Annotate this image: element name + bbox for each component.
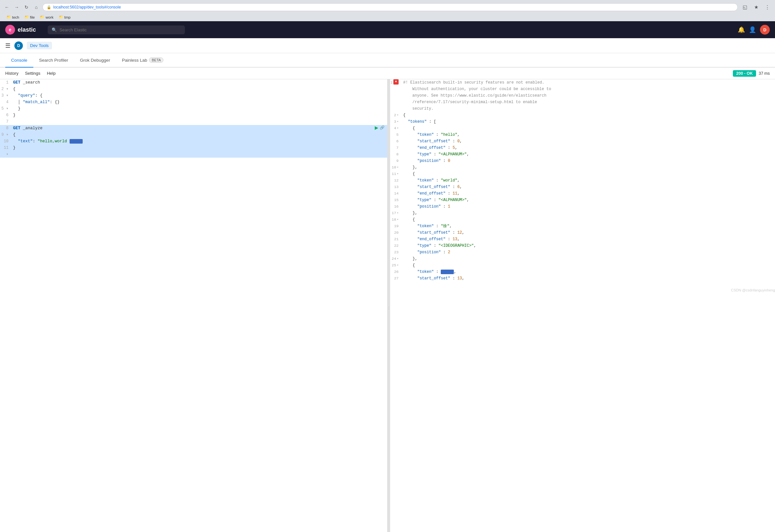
news-button[interactable]: 🔔 — [738, 26, 745, 33]
response-line-14: 14 "end_offset" : 11, — [390, 190, 775, 197]
header-right: 🔔 👤 D — [738, 25, 770, 35]
line-content-9: { — [12, 132, 387, 138]
more-button[interactable]: ⋮ — [763, 3, 772, 12]
response-line-num-9: 9 — [390, 158, 402, 164]
response-line-num-13: 13 — [390, 184, 402, 190]
bookmark-work-label: work — [45, 15, 53, 19]
line-num-11: 11 ▾ — [0, 145, 12, 158]
bookmark-work[interactable]: 📁 work — [38, 14, 55, 20]
settings-button[interactable]: Settings — [25, 70, 40, 77]
line-num-1: 1 — [0, 79, 12, 86]
editor-line-2: 2 ▾ { — [0, 86, 387, 92]
line-content-3: "query": { — [12, 92, 387, 99]
response-line-num-10: 10 ▾ — [390, 164, 402, 171]
response-content-7: "end_offset" : 5, — [402, 145, 775, 151]
bookmark-file[interactable]: 📁 file — [23, 14, 37, 20]
editor-line-11: 11 ▾ } — [0, 145, 387, 158]
response-line-num-1: 1 ✖ — [390, 79, 402, 86]
address-bar[interactable]: 🔒 localhost:5602/app/dev_tools#/console — [42, 3, 738, 11]
bookmark-button[interactable]: ★ — [751, 3, 761, 12]
line-content-5: } — [12, 105, 387, 112]
response-line-25: 25 ▾ { — [390, 262, 775, 269]
folder-icon-4: 📁 — [59, 15, 63, 19]
response-line-9: 9 "position" : 0 — [390, 158, 775, 164]
response-content-18: { — [402, 216, 775, 223]
pane-divider[interactable]: ⋮ — [388, 79, 390, 532]
response-content-15: "type" : "<ALPHANUM>", — [402, 197, 775, 203]
response-content-13: "start_offset" : 6, — [402, 184, 775, 190]
tab-painless-lab[interactable]: Painless Lab BETA — [116, 53, 169, 68]
editor-line-1: 1 GET _search — [0, 79, 387, 86]
response-content-1b: Without authentication, your cluster cou… — [407, 86, 775, 92]
home-button[interactable]: ⌂ — [33, 4, 40, 11]
lock-icon: 🔒 — [47, 5, 51, 9]
run-button[interactable]: ▶ — [375, 125, 378, 130]
response-line-27: 27 "start_offset" : 13, — [390, 275, 775, 282]
tab-search-profiler[interactable]: Search Profiler — [33, 53, 74, 68]
user-button[interactable]: 👤 — [749, 26, 756, 33]
bookmark-tmp[interactable]: 📁 tmp — [57, 14, 72, 20]
editor-line-9: 9 ▾ { — [0, 132, 387, 138]
response-line-num-17: 17 ▾ — [390, 210, 402, 216]
response-content-12: "token" : "world", — [402, 177, 775, 184]
editor-line-7: 7 — [0, 118, 387, 125]
back-button[interactable]: ← — [3, 4, 10, 11]
history-button[interactable]: History — [5, 70, 18, 77]
response-line-5: 5 "token" : "hello", — [390, 132, 775, 138]
app-header: e elastic 🔍 🔔 👤 D — [0, 21, 775, 38]
line-content-2: { — [12, 86, 387, 92]
forward-button[interactable]: → — [13, 4, 20, 11]
dev-tools-button[interactable]: Dev Tools — [27, 42, 52, 49]
bookmark-tech-label: tech — [12, 15, 19, 19]
editor-line-5: 5 ▾ } — [0, 105, 387, 112]
reload-button[interactable]: ↻ — [23, 4, 30, 11]
line-content-8: GET _analyze — [12, 125, 387, 132]
response-content-5: "token" : "hello", — [402, 132, 775, 138]
link-button[interactable]: 🔗 — [380, 125, 385, 130]
line-num-7: 7 — [0, 118, 12, 125]
avatar-button[interactable]: D — [760, 25, 770, 35]
response-line-num-14: 14 — [390, 190, 402, 197]
watermark: CSDN @csdnfanguyinheng — [390, 288, 775, 292]
search-input[interactable] — [59, 27, 181, 32]
editor-pane[interactable]: 1 GET _search 2 ▾ { 3 ▾ "query": { 4 │ "… — [0, 79, 388, 532]
folder-icon: 📁 — [7, 15, 11, 19]
response-content-9: "position" : 0 — [402, 158, 775, 164]
editor-lines: 1 GET _search 2 ▾ { 3 ▾ "query": { 4 │ "… — [0, 79, 387, 158]
bookmark-tech[interactable]: 📁 tech — [5, 14, 21, 20]
response-line-num-23: 23 — [390, 249, 402, 256]
response-content-11: { — [402, 171, 775, 177]
bookmark-tmp-label: tmp — [64, 15, 71, 19]
help-button[interactable]: Help — [47, 70, 55, 77]
response-line-1e: security. — [390, 105, 775, 112]
response-content-1c: anyone. See https://www.elastic.co/guide… — [407, 92, 775, 99]
response-line-10: 10 ▾ }, — [390, 164, 775, 171]
hamburger-button[interactable]: ☰ — [5, 42, 10, 49]
blurred-token — [441, 270, 454, 274]
response-line-num-27: 27 — [390, 275, 402, 282]
response-line-num-22: 22 — [390, 243, 402, 249]
response-line-11: 11 ▾ { — [390, 171, 775, 177]
response-pane[interactable]: 1 ✖ #! Elasticsearch built-in security f… — [390, 79, 775, 532]
cast-button[interactable]: ◱ — [740, 3, 750, 12]
response-line-num-12: 12 — [390, 177, 402, 184]
response-content-10: }, — [402, 164, 775, 171]
user-avatar-small[interactable]: D — [14, 41, 23, 50]
bookmark-file-label: file — [30, 15, 35, 19]
response-content-23: "position" : 2 — [402, 249, 775, 256]
line-num-9: 9 ▾ — [0, 132, 12, 138]
response-content-3: "tokens" : [ — [402, 118, 775, 125]
response-line-13: 13 "start_offset" : 6, — [390, 184, 775, 190]
tab-console[interactable]: Console — [5, 53, 33, 68]
response-line-num-26: 26 — [390, 269, 402, 275]
tab-grok-debugger[interactable]: Grok Debugger — [74, 53, 116, 68]
line-8-actions: ▶ 🔗 — [375, 125, 385, 130]
response-line-num-3: 3 ▾ — [390, 118, 402, 125]
response-line-7: 7 "end_offset" : 5, — [390, 145, 775, 151]
response-line-num-21: 21 — [390, 236, 402, 243]
toolbar-right: 200 - OK 37 ms — [733, 70, 770, 77]
search-bar[interactable]: 🔍 — [48, 25, 185, 34]
line-num-4: 4 — [0, 99, 12, 105]
response-line-24: 24 ▾ }, — [390, 256, 775, 262]
elastic-logo: e elastic — [5, 25, 36, 35]
